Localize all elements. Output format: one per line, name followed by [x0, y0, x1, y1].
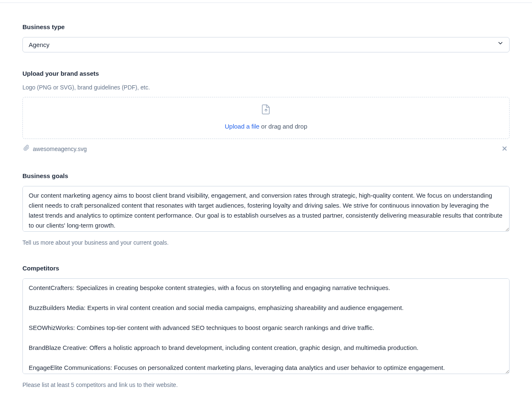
upload-text: Upload a file or drag and drop	[31, 122, 501, 131]
business-type-select-wrapper: Agency	[22, 37, 510, 52]
attached-file-name: awesomeagency.svg	[33, 145, 87, 154]
upload-file-link[interactable]: Upload a file	[225, 123, 259, 130]
competitors-field: Competitors Please list at least 5 compe…	[22, 264, 510, 389]
business-type-field: Business type Agency	[22, 22, 510, 52]
upload-dropzone[interactable]: Upload a file or drag and drop	[22, 97, 510, 139]
attached-file-left: awesomeagency.svg	[23, 145, 87, 154]
business-goals-textarea[interactable]	[22, 186, 510, 232]
attached-file-row: awesomeagency.svg	[22, 139, 510, 155]
upload-rest-text: or drag and drop	[259, 123, 307, 130]
divider	[0, 2, 532, 3]
remove-file-button[interactable]	[500, 143, 509, 155]
competitors-label: Competitors	[22, 264, 510, 273]
business-type-label: Business type	[22, 22, 510, 32]
brand-assets-field: Upload your brand assets Logo (PNG or SV…	[22, 69, 510, 155]
business-goals-field: Business goals Tell us more about your b…	[22, 171, 510, 247]
paperclip-icon	[23, 145, 30, 154]
competitors-helper: Please list at least 5 competitors and l…	[22, 381, 510, 389]
competitors-textarea[interactable]	[22, 278, 510, 374]
business-goals-helper: Tell us more about your business and you…	[22, 238, 510, 247]
business-goals-label: Business goals	[22, 171, 510, 181]
brand-assets-sublabel: Logo (PNG or SVG), brand guidelines (PDF…	[22, 83, 510, 92]
business-type-select[interactable]: Agency	[22, 37, 510, 52]
file-upload-icon	[261, 104, 271, 118]
brand-assets-label: Upload your brand assets	[22, 69, 510, 79]
